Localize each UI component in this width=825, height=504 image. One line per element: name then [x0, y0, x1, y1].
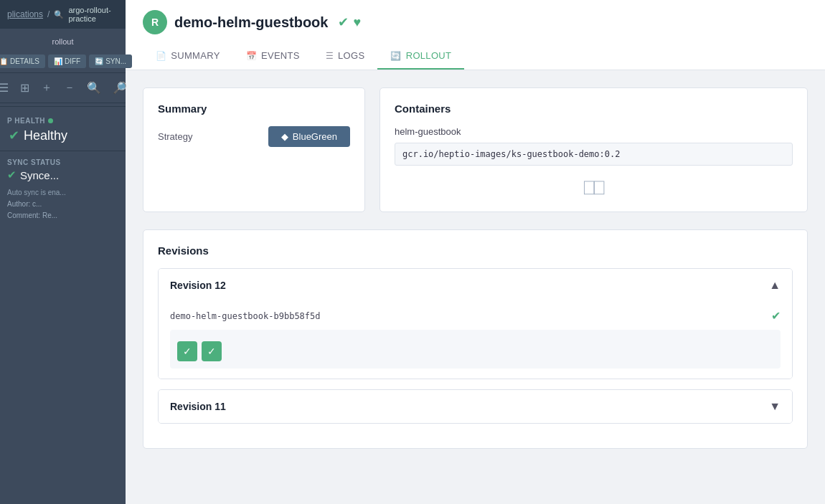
- applications-link[interactable]: plications: [7, 9, 43, 19]
- tab-rollout[interactable]: 🔄 ROLLOUT: [377, 43, 464, 70]
- revision-12-pods-row: ✓ ✓: [177, 336, 773, 363]
- containers-panel-title: Containers: [395, 103, 793, 115]
- panels-row: Summary Strategy ◆ BlueGreen Containers …: [143, 87, 808, 212]
- app-name-breadcrumb[interactable]: argo-rollout-practice: [68, 6, 118, 23]
- breadcrumb-separator: /: [47, 9, 50, 19]
- sync-check-icon: ✔: [7, 168, 16, 181]
- revision-12-header[interactable]: Revision 12 ▲: [159, 269, 792, 302]
- events-tab-icon: 📅: [246, 51, 257, 61]
- bluegreen-diamond-icon: ◆: [281, 131, 288, 142]
- toolbar-row: 📋 DETAILS 📊 DIFF 🔄 SYN...: [0, 50, 126, 73]
- sync-icon: 🔄: [95, 57, 103, 65]
- search-icon: 🔍: [54, 10, 64, 19]
- diff-button[interactable]: 📊 DIFF: [48, 54, 86, 68]
- summary-panel-title: Summary: [158, 103, 350, 115]
- sync-button[interactable]: 🔄 SYN...: [89, 54, 132, 68]
- status-icons: ✔ ♥: [338, 14, 361, 30]
- list-icon-btn[interactable]: ☰: [0, 80, 11, 96]
- revision-11-header[interactable]: Revision 11 ▼: [159, 390, 792, 423]
- rollout-tab-icon: 🔄: [390, 51, 401, 61]
- search-zoom2-icon-btn[interactable]: 🔎: [110, 80, 130, 96]
- grid-icon-btn[interactable]: ⊞: [17, 80, 32, 96]
- app-health-section: P HEALTH ✔ Healthy: [0, 110, 126, 148]
- sync-status-value: ✔ Synce...: [7, 168, 118, 181]
- strategy-row: Strategy ◆ BlueGreen: [158, 126, 350, 147]
- tab-logs[interactable]: ☰ LOGS: [313, 43, 378, 70]
- search-zoom-icon-btn[interactable]: 🔍: [84, 80, 104, 96]
- strategy-badge: ◆ BlueGreen: [268, 126, 350, 147]
- app-title: demo-helm-guestbook: [174, 14, 328, 31]
- main-content: R demo-helm-guestbook ✔ ♥ 📄 SUMMARY 📅 EV…: [126, 0, 825, 504]
- strategy-badge-label: BlueGreen: [293, 131, 337, 142]
- revision-11-title: Revision 11: [170, 401, 226, 412]
- details-icon: 📋: [0, 57, 8, 65]
- revision-12-pod-name: demo-helm-guestbook-b9bb58f5d: [170, 311, 321, 321]
- diff-icon: 📊: [54, 57, 62, 65]
- revisions-title: Revisions: [158, 244, 793, 257]
- summary-panel: Summary Strategy ◆ BlueGreen: [143, 87, 365, 212]
- sync-status-icon: ✔: [338, 14, 349, 30]
- app-header: R demo-helm-guestbook ✔ ♥ 📄 SUMMARY 📅 EV…: [126, 0, 825, 70]
- revision-12-check-icon: ✔: [771, 309, 781, 323]
- container-icon-row: ⎕⎕: [395, 177, 793, 197]
- revision-12-chevron-icon: ▲: [769, 279, 781, 292]
- minus-icon-btn[interactable]: －: [61, 79, 78, 97]
- sync-status-section: SYNC STATUS ✔ Synce...: [0, 154, 126, 186]
- strategy-label: Strategy: [158, 131, 192, 142]
- health-check-icon: ✔: [9, 128, 19, 143]
- sync-label: SYNC STATUS: [7, 158, 118, 166]
- details-button[interactable]: 📋 DETAILS: [0, 54, 45, 68]
- health-status: ✔ Healthy: [7, 128, 118, 143]
- sidebar: plications / 🔍 argo-rollout-practice rol…: [0, 0, 126, 504]
- summary-tab-icon: 📄: [156, 51, 166, 61]
- tabs: 📄 SUMMARY 📅 EVENTS ☰ LOGS 🔄 ROLLOUT: [143, 43, 808, 70]
- content-area: Summary Strategy ◆ BlueGreen Containers …: [126, 70, 825, 466]
- health-heart-icon: ♥: [353, 15, 361, 30]
- revision-12-pod-row: demo-helm-guestbook-b9bb58f5d ✔: [170, 309, 781, 323]
- pod-badge-1[interactable]: ✓: [177, 341, 197, 361]
- pod-badge-2[interactable]: ✓: [202, 341, 222, 361]
- containers-panel: Containers helm-guestbook gcr.io/heptio-…: [380, 87, 808, 212]
- revisions-panel: Revisions Revision 12 ▲ demo-helm-guestb…: [143, 229, 808, 449]
- logs-tab-icon: ☰: [326, 51, 334, 61]
- avatar: R: [143, 10, 167, 34]
- revision-card-11: Revision 11 ▼: [158, 389, 793, 424]
- health-dot: [48, 118, 53, 123]
- tab-summary[interactable]: 📄 SUMMARY: [143, 43, 233, 70]
- container-image-input[interactable]: gcr.io/heptio-images/ks-guestbook-demo:0…: [395, 143, 793, 166]
- revision-12-body: demo-helm-guestbook-b9bb58f5d ✔ ✓ ✓: [159, 302, 792, 379]
- container-diagram-icon: ⎕⎕: [584, 177, 604, 197]
- rollout-label: rollout: [0, 29, 126, 50]
- revision-11-chevron-icon: ▼: [769, 400, 781, 413]
- container-name: helm-guestbook: [395, 126, 793, 137]
- app-title-row: R demo-helm-guestbook ✔ ♥: [143, 10, 808, 34]
- revision-card-12: Revision 12 ▲ demo-helm-guestbook-b9bb58…: [158, 268, 793, 379]
- tab-events[interactable]: 📅 EVENTS: [233, 43, 313, 70]
- sidebar-icons-row: ☰ ⊞ ＋ － 🔍 🔎: [0, 73, 126, 103]
- sync-meta: Auto sync is ena... Author: c... Comment…: [0, 186, 126, 223]
- add-icon-btn[interactable]: ＋: [38, 79, 55, 97]
- sidebar-top-nav: plications / 🔍 argo-rollout-practice: [0, 0, 126, 29]
- revision-12-title: Revision 12: [170, 280, 226, 291]
- health-label: P HEALTH: [7, 117, 118, 125]
